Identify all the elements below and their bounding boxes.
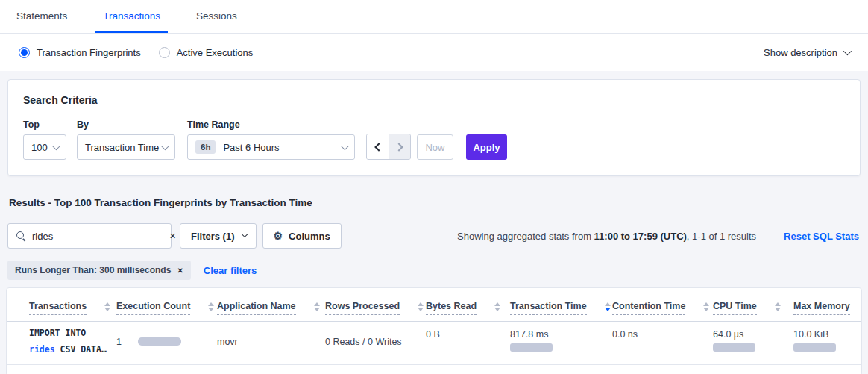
radio-transaction-fingerprints[interactable]: Transaction Fingerprints: [19, 47, 141, 58]
by-label: By: [77, 119, 187, 130]
cell-rows-processed: 0 Reads / 0 Writes: [325, 322, 426, 365]
col-header-contention-time[interactable]: Contention Time: [612, 288, 713, 322]
results-heading: Results - Top 100 Transaction Fingerprin…: [9, 197, 861, 208]
col-header-application-name[interactable]: Application Name: [217, 288, 325, 322]
aggregated-stats-text: Showing aggregated stats from 11:00 to 1…: [457, 231, 756, 242]
cell-application-name: movr: [217, 322, 325, 365]
cell-bytes-read: 0 B: [426, 322, 510, 365]
top-select-value: 100: [31, 142, 48, 153]
chevron-down-icon: [241, 231, 247, 237]
col-header-transactions[interactable]: Transactions: [7, 288, 116, 322]
remove-filter-icon[interactable]: ✕: [177, 267, 183, 275]
clear-search-icon[interactable]: ✕: [169, 231, 176, 241]
search-box: ✕: [7, 223, 172, 249]
tab-sessions[interactable]: Sessions: [189, 0, 245, 33]
sort-icon[interactable]: [418, 302, 424, 311]
tab-statements[interactable]: Statements: [9, 0, 75, 33]
vertical-divider: [770, 225, 770, 247]
execution-count-bar: [138, 337, 181, 346]
cell-transaction-fingerprint[interactable]: IMPORT INTOrides CSV DATA…: [7, 322, 116, 365]
by-field: By Transaction Time: [77, 119, 187, 160]
by-select[interactable]: Transaction Time: [77, 134, 175, 160]
top-label: Top: [23, 119, 77, 130]
stats-status-area: Showing aggregated stats from 11:00 to 1…: [457, 225, 861, 247]
sort-icon[interactable]: [775, 302, 781, 311]
tab-transactions[interactable]: Transactions: [95, 0, 168, 33]
filters-button-label: Filters (1): [191, 231, 235, 242]
search-icon: [16, 231, 26, 241]
sort-icon[interactable]: [494, 302, 500, 311]
time-range-prev-button[interactable]: [367, 134, 389, 159]
time-range-field: Time Range 6h Past 6 Hours: [187, 119, 355, 160]
main-content: Search Criteria Top 100 By Transaction T…: [0, 79, 868, 374]
cpu-time-bar: [713, 343, 755, 352]
search-input[interactable]: [32, 231, 163, 242]
col-header-cpu-time[interactable]: CPU Time: [713, 288, 793, 322]
filter-chip-label: Runs Longer Than: 300 milliseconds: [15, 265, 171, 275]
chevron-right-icon: [394, 143, 403, 151]
cell-execution-count: 1: [116, 322, 217, 365]
radio-label: Transaction Fingerprints: [37, 47, 141, 58]
chevron-left-icon: [374, 143, 383, 151]
table-row: IMPORT INTOrides CSV DATA… 1 movr 0 Read…: [7, 322, 861, 365]
col-header-max-memory[interactable]: Max Memory: [793, 288, 861, 322]
top-select[interactable]: 100: [23, 134, 66, 160]
results-table-card: Transactions Execution Count Application…: [6, 287, 862, 374]
show-description-label: Show description: [764, 47, 837, 58]
reset-sql-stats-link[interactable]: Reset SQL Stats: [784, 231, 859, 242]
clear-filters-link[interactable]: Clear filters: [204, 265, 257, 276]
now-button[interactable]: Now: [417, 134, 453, 160]
transaction-link[interactable]: rides: [29, 344, 55, 355]
time-range-label: Time Range: [187, 119, 355, 130]
chevron-down-icon: [843, 47, 852, 55]
sort-icon[interactable]: [208, 302, 214, 311]
sort-icon[interactable]: [314, 302, 320, 311]
filter-chip-row: Runs Longer Than: 300 milliseconds ✕ Cle…: [7, 261, 861, 280]
filter-chip: Runs Longer Than: 300 milliseconds ✕: [7, 261, 191, 280]
results-toolbar: ✕ Filters (1) ⚙ Columns Showing aggregat…: [7, 223, 861, 249]
cell-contention-time: 0.0 ns: [612, 322, 713, 365]
show-description-toggle[interactable]: Show description: [764, 47, 849, 58]
page-tabs: Statements Transactions Sessions: [0, 0, 868, 34]
sort-icon[interactable]: [703, 302, 709, 311]
time-range-select[interactable]: 6h Past 6 Hours: [187, 134, 355, 160]
col-header-execution-count[interactable]: Execution Count: [116, 288, 217, 322]
top-field: Top 100: [23, 119, 77, 160]
chevron-down-icon: [161, 142, 169, 150]
gear-icon: ⚙: [274, 231, 283, 241]
sort-icon-active-desc[interactable]: [605, 302, 611, 311]
radio-active-executions[interactable]: Active Executions: [159, 47, 254, 58]
radio-unselected-icon: [159, 47, 170, 58]
sort-icon[interactable]: [104, 302, 110, 311]
table-header-row: Transactions Execution Count Application…: [7, 288, 861, 322]
time-range-value: Past 6 Hours: [223, 142, 279, 153]
col-header-rows-processed[interactable]: Rows Processed: [325, 288, 426, 322]
view-mode-row: Transaction Fingerprints Active Executio…: [0, 34, 868, 71]
results-table: Transactions Execution Count Application…: [7, 288, 861, 365]
transaction-time-bar: [510, 343, 553, 352]
radio-selected-icon: [19, 47, 30, 58]
columns-button[interactable]: ⚙ Columns: [262, 223, 342, 249]
radio-label: Active Executions: [177, 47, 254, 58]
filters-button[interactable]: Filters (1): [180, 223, 257, 249]
search-criteria-title: Search Criteria: [23, 94, 845, 106]
time-range-badge: 6h: [195, 140, 216, 154]
chevron-down-icon: [52, 142, 60, 150]
col-header-bytes-read[interactable]: Bytes Read: [426, 288, 510, 322]
cell-transaction-time: 817.8 ms: [510, 322, 612, 365]
time-range-arrows: [366, 134, 411, 160]
cell-max-memory: 10.0 KiB: [793, 322, 861, 365]
apply-button[interactable]: Apply: [466, 134, 507, 160]
chevron-down-icon: [341, 142, 349, 150]
columns-button-label: Columns: [289, 231, 330, 242]
search-criteria-card: Search Criteria Top 100 By Transaction T…: [7, 79, 861, 176]
max-memory-bar: [793, 343, 836, 352]
col-header-transaction-time[interactable]: Transaction Time: [510, 288, 612, 322]
time-range-next-button[interactable]: [389, 134, 410, 159]
cell-cpu-time: 64.0 µs: [713, 322, 793, 365]
by-select-value: Transaction Time: [85, 142, 159, 153]
